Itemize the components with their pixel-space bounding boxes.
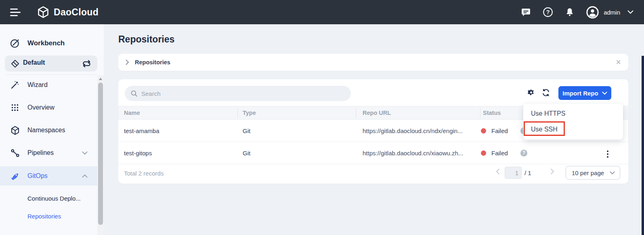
close-icon[interactable]: × bbox=[616, 58, 621, 67]
repo-name: test-amamba bbox=[124, 120, 159, 142]
page-number-input[interactable] bbox=[505, 167, 522, 179]
status-cell: Failed ? bbox=[481, 120, 527, 142]
sidebar-item-workbench[interactable]: Workbench bbox=[0, 36, 97, 50]
sidebar-item-wizard[interactable]: Wizard bbox=[0, 78, 97, 92]
repo-type: Git bbox=[243, 142, 250, 164]
brand-name: DaoCloud bbox=[54, 7, 99, 18]
import-repo-label: Import Repo bbox=[562, 90, 598, 97]
bell-icon[interactable] bbox=[565, 7, 575, 17]
breadcrumb-tab[interactable]: Repositories bbox=[135, 59, 170, 66]
sidebar: Workbench Default Wizard Overview Namesp… bbox=[0, 24, 104, 235]
hamburger-menu-icon[interactable] bbox=[10, 8, 21, 16]
sidebar-item-label: GitOps bbox=[27, 172, 48, 180]
main-content: Repositories Repositories × Import Repo … bbox=[104, 24, 644, 235]
status-badge: Failed bbox=[491, 142, 508, 164]
divider bbox=[237, 108, 238, 119]
breadcrumb: Repositories × bbox=[118, 54, 628, 71]
user-menu[interactable]: admin bbox=[586, 6, 634, 19]
sidebar-item-gitops[interactable]: GitOps bbox=[0, 169, 97, 183]
sidebar-item-label: Workbench bbox=[27, 39, 65, 47]
search-box bbox=[125, 86, 351, 101]
sidebar-item-label: Namespaces bbox=[27, 127, 65, 134]
sidebar-item-label: Pipelines bbox=[27, 149, 54, 157]
sidebar-subitem-continuous-deployment[interactable]: Continuous Deplo... bbox=[0, 192, 97, 204]
column-header-type[interactable]: Type bbox=[243, 106, 256, 120]
page-size-value: 10 per page bbox=[572, 169, 604, 176]
wizard-icon bbox=[10, 80, 20, 90]
sidebar-subitem-label: Continuous Deplo... bbox=[27, 195, 81, 202]
right-edge-strip bbox=[642, 56, 644, 235]
import-repo-button[interactable]: Import Repo bbox=[558, 86, 611, 100]
scroll-up-arrow[interactable] bbox=[99, 78, 102, 80]
menu-item-use-ssh[interactable]: Use SSH bbox=[523, 122, 623, 137]
svg-text:?: ? bbox=[546, 9, 550, 15]
topbar: DaoCloud ? admin bbox=[0, 0, 644, 24]
sidebar-item-overview[interactable]: Overview bbox=[0, 101, 97, 114]
overview-icon bbox=[10, 102, 20, 113]
chevron-down-icon bbox=[610, 171, 615, 175]
sidebar-item-label: Overview bbox=[27, 104, 55, 111]
switch-workspace-icon[interactable] bbox=[82, 59, 92, 69]
refresh-icon[interactable] bbox=[541, 88, 550, 97]
prev-page-icon[interactable] bbox=[496, 168, 500, 175]
table-footer: Total 2 records / 1 10 per page bbox=[118, 164, 628, 184]
divider bbox=[6, 74, 97, 75]
pipelines-icon bbox=[10, 148, 20, 158]
column-header-status[interactable]: Status bbox=[483, 106, 501, 120]
workspace-label: Default bbox=[23, 59, 45, 66]
status-help-icon[interactable]: ? bbox=[520, 150, 527, 157]
chat-icon[interactable] bbox=[521, 7, 531, 17]
chevron-up-icon bbox=[82, 174, 88, 178]
status-cell: Failed ? bbox=[481, 142, 527, 164]
gitops-rocket-icon bbox=[10, 171, 20, 181]
row-actions-kebab-icon[interactable] bbox=[606, 150, 609, 159]
repo-type: Git bbox=[243, 120, 250, 142]
search-icon bbox=[130, 90, 138, 97]
chevron-down-icon bbox=[627, 10, 634, 14]
divider bbox=[356, 108, 356, 119]
repo-url: https://gitlab.daocloud.cn/xiaowu.zh... bbox=[363, 142, 463, 164]
chevron-down-icon bbox=[82, 151, 88, 155]
sidebar-scrollbar[interactable] bbox=[97, 75, 104, 235]
sidebar-item-pipelines[interactable]: Pipelines bbox=[0, 146, 97, 160]
next-page-icon[interactable] bbox=[550, 168, 554, 175]
sidebar-subitem-repositories[interactable]: Repositories bbox=[0, 210, 97, 222]
workspace-icon bbox=[10, 58, 20, 69]
help-icon[interactable]: ? bbox=[543, 7, 553, 17]
workspace-selector[interactable]: Default bbox=[5, 55, 97, 72]
chevron-right-icon[interactable] bbox=[126, 59, 129, 65]
sidebar-subitem-label: Repositories bbox=[27, 213, 61, 220]
chevron-down-icon bbox=[602, 91, 607, 95]
sidebar-item-label: Wizard bbox=[27, 81, 48, 89]
page-total: / 1 bbox=[524, 169, 531, 176]
brand-logo[interactable]: DaoCloud bbox=[37, 6, 99, 19]
page-title: Repositories bbox=[118, 34, 174, 45]
search-input[interactable] bbox=[141, 90, 345, 97]
username: admin bbox=[604, 9, 620, 16]
scrollbar-thumb[interactable] bbox=[98, 83, 103, 225]
workbench-icon bbox=[10, 38, 20, 49]
repo-url: https://gitlab.daocloud.cn/ndx/engin... bbox=[363, 120, 463, 142]
sidebar-item-namespaces[interactable]: Namespaces bbox=[0, 123, 97, 137]
status-badge: Failed bbox=[491, 120, 508, 142]
table-row[interactable]: test-gitops Git https://gitlab.daocloud.… bbox=[118, 142, 628, 164]
page-size-select[interactable]: 10 per page bbox=[566, 166, 620, 180]
divider bbox=[480, 108, 480, 119]
menu-item-use-https[interactable]: Use HTTPS bbox=[523, 106, 623, 121]
gear-icon[interactable] bbox=[527, 88, 535, 97]
daocloud-logo-icon bbox=[37, 6, 50, 19]
avatar bbox=[586, 6, 599, 19]
import-repo-dropdown: Use HTTPS Use SSH bbox=[523, 104, 623, 140]
failed-dot-icon bbox=[481, 150, 486, 156]
namespaces-icon bbox=[10, 125, 20, 135]
column-header-name[interactable]: Name bbox=[124, 106, 140, 120]
repo-name: test-gitops bbox=[124, 142, 152, 164]
failed-dot-icon bbox=[481, 128, 486, 133]
total-records: Total 2 records bbox=[124, 170, 164, 177]
column-header-repo-url[interactable]: Repo URL bbox=[363, 106, 391, 120]
